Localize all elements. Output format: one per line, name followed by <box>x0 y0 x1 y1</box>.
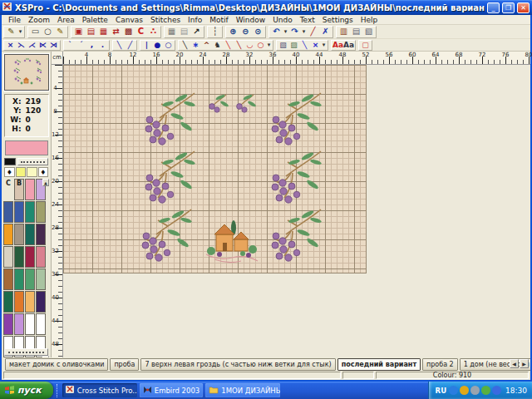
outline-color-swatch[interactable] <box>4 158 16 165</box>
menu-settings[interactable]: Settings <box>319 16 357 24</box>
start-button[interactable]: пуск <box>0 382 53 399</box>
current-color-swatch[interactable] <box>5 140 48 155</box>
longstitch-icon[interactable]: ^ <box>201 41 212 50</box>
taskbar-task-1[interactable]: Cross Stitch Pro... <box>62 383 137 397</box>
delete-stitch-icon[interactable]: ✗ <box>319 27 332 37</box>
zoom-actual-icon[interactable]: ⊙ <box>252 27 264 37</box>
menu-window[interactable]: Window <box>233 16 269 24</box>
three-quarter-tr-icon[interactable]: ⋌ <box>27 41 37 50</box>
close-button[interactable]: ✕ <box>517 2 530 13</box>
rotate-cw-icon[interactable]: C <box>135 27 147 37</box>
menu-zoom[interactable]: Zoom <box>25 16 53 24</box>
redo-dropdown-icon[interactable]: ▾ <box>301 27 307 37</box>
backstitch-blue-icon[interactable]: ∗ <box>190 41 201 50</box>
update-icon[interactable] <box>481 386 490 395</box>
palette-swatch[interactable] <box>25 179 35 200</box>
pattern-grid[interactable] <box>63 65 367 273</box>
text-tool-dark-icon[interactable]: Aa <box>343 41 354 50</box>
half-stitch-back-icon[interactable]: ╲ <box>114 41 125 50</box>
tab-scroll-right[interactable]: ▶ <box>520 359 529 368</box>
palette-bottom-button[interactable] <box>4 348 48 356</box>
tab-4[interactable]: последний вариант <box>337 358 421 371</box>
curve-stitch-icon[interactable]: ◡ <box>244 41 255 50</box>
pattern-motif-icon[interactable]: ▩ <box>122 27 135 37</box>
minimize-button[interactable]: _ <box>487 2 500 13</box>
palette-swatch[interactable] <box>25 224 35 245</box>
motif-stamp-icon[interactable]: ♞ <box>212 41 223 50</box>
palette-swatch[interactable] <box>14 224 24 245</box>
freehand-select-icon[interactable]: ○ <box>42 27 54 37</box>
palette-swatch[interactable] <box>25 313 35 335</box>
pen-blue-icon[interactable]: ╲ <box>299 41 310 50</box>
language-indicator[interactable]: RU <box>436 387 446 395</box>
quarter-tr-icon[interactable]: ´ <box>76 41 86 50</box>
paste-motif-icon[interactable]: ▤ <box>85 27 97 37</box>
menu-canvas[interactable]: Canvas <box>112 16 146 24</box>
backstitch-black-icon[interactable]: ╲ <box>180 41 190 50</box>
redo-icon[interactable]: ↷ <box>288 27 301 37</box>
tab-3[interactable]: 7 верхн левая гроздь (с частью ниж ветки… <box>140 358 335 371</box>
text-tool-red-icon[interactable]: Aa <box>332 41 343 50</box>
column-guide-icon[interactable]: ┆ <box>209 27 221 37</box>
tab-1[interactable]: макет домик с оливочками <box>5 358 108 371</box>
straight-stitch-icon[interactable]: | <box>141 41 152 50</box>
copy-motif-icon[interactable]: ▣ <box>72 27 85 37</box>
palette-swatch[interactable] <box>14 246 24 268</box>
network-icon[interactable] <box>492 386 501 395</box>
palette-swatch[interactable] <box>3 313 13 335</box>
backstitch-red-icon[interactable]: ╲ <box>223 41 234 50</box>
canvas-viewport[interactable] <box>63 65 530 357</box>
bead-open-icon[interactable]: ○ <box>163 41 174 50</box>
import-file-icon[interactable]: ▥ <box>337 27 350 37</box>
draw-pencil-dropdown-icon[interactable]: ▾ <box>17 27 23 37</box>
three-quarter-bl-icon[interactable]: ⋉ <box>37 41 48 50</box>
cross-blue-icon[interactable]: × <box>310 41 321 50</box>
palette-swatch[interactable] <box>25 201 35 223</box>
zoom-in-icon[interactable]: ⊕ <box>227 27 239 37</box>
crop-motif-icon[interactable]: ▦ <box>97 27 110 37</box>
menu-stitches[interactable]: Stitches <box>147 16 184 24</box>
palette-scroll-up[interactable]: ▲ <box>42 179 49 186</box>
palette-swatch[interactable] <box>3 224 13 245</box>
three-quarter-tl-icon[interactable]: ⋋ <box>16 41 27 50</box>
palette-swatch[interactable] <box>14 268 24 290</box>
draw-line-icon[interactable]: ╱ <box>307 27 319 37</box>
full-cross-stitch-icon[interactable]: × <box>5 41 16 50</box>
color-dots-icon[interactable]: ∴ <box>147 27 160 37</box>
quarter-tl-icon[interactable]: ` <box>65 41 76 50</box>
thick-backstitch-icon[interactable]: ╲ <box>234 41 244 50</box>
diamond-blend-icon[interactable]: ♦ <box>38 167 49 177</box>
grid-settings-icon[interactable]: ▦ <box>165 27 178 37</box>
stitch-style-button[interactable] <box>17 158 48 165</box>
marquee-select-icon[interactable]: ▢ <box>360 41 371 50</box>
draw-pencil-icon[interactable]: ✎ <box>5 27 17 37</box>
circle-stitch-icon[interactable]: ○ <box>255 41 266 50</box>
export-image-icon[interactable]: ▤ <box>178 27 190 37</box>
pattern-stamp-icon[interactable]: ▧ <box>278 41 288 50</box>
menu-help[interactable]: Help <box>357 16 382 24</box>
menu-palette[interactable]: Palette <box>79 16 111 24</box>
undo-icon[interactable]: ↶ <box>270 27 283 37</box>
tab-2[interactable]: проба <box>110 358 139 371</box>
diamond-blend-icon[interactable]: ♦ <box>4 167 15 177</box>
mirror-motif-icon[interactable]: ⇄ <box>110 27 122 37</box>
palette-swatch[interactable] <box>3 268 13 290</box>
palette-swatch[interactable] <box>3 201 13 223</box>
palette-swatch[interactable] <box>14 291 24 313</box>
tab-scroll-left[interactable]: ◀ <box>510 359 519 368</box>
rect-select-icon[interactable]: ▭ <box>29 27 42 37</box>
pointer-icon[interactable]: ↗ <box>190 27 203 37</box>
quarter-br-icon[interactable]: . <box>97 41 108 50</box>
bead-filled-icon[interactable]: ● <box>152 41 163 50</box>
menu-motif[interactable]: Motif <box>206 16 231 24</box>
palette-swatch[interactable] <box>25 291 35 313</box>
palette-swatch[interactable]: B <box>14 179 24 200</box>
stitch-dropdown-icon[interactable]: ▾ <box>266 41 272 50</box>
taskbar-task-2[interactable]: Embird 2003 <box>140 383 203 397</box>
palette-swatch[interactable] <box>14 313 24 335</box>
language-arrow-icon[interactable] <box>449 386 458 395</box>
menu-text[interactable]: Text <box>297 16 318 24</box>
menu-file[interactable]: File <box>5 16 24 24</box>
quarter-bl-icon[interactable]: , <box>86 41 97 50</box>
blend-color-swatch[interactable] <box>16 167 27 177</box>
